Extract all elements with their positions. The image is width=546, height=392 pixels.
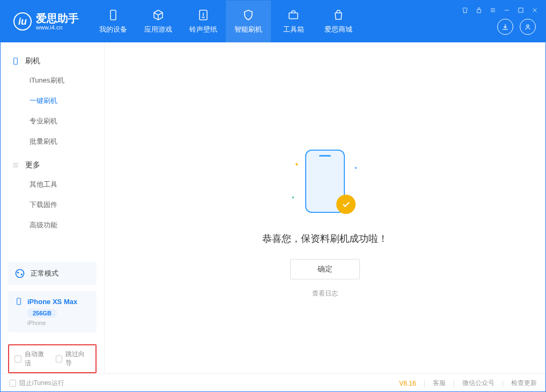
nav-label: 爱思商城 — [324, 25, 352, 34]
device-storage: 256GB — [27, 309, 57, 317]
close-icon[interactable] — [530, 6, 539, 14]
sparkle-icon: ✦ — [294, 161, 299, 167]
minimize-icon[interactable] — [503, 6, 511, 14]
checkbox-label: 阻止iTunes运行 — [19, 379, 64, 388]
nav-flash[interactable]: 智能刷机 — [226, 1, 271, 42]
svg-rect-2 — [289, 13, 298, 19]
header-round-buttons — [497, 19, 536, 35]
check-badge-icon — [336, 195, 356, 214]
download-button[interactable] — [497, 19, 513, 35]
device-name: iPhone XS Max — [27, 298, 77, 306]
sidebar-item-pro[interactable]: 专业刷机 — [1, 111, 104, 131]
nav-apps[interactable]: 应用游戏 — [136, 1, 181, 42]
svg-rect-0 — [110, 10, 116, 20]
device-icon — [107, 9, 120, 21]
svg-rect-4 — [519, 8, 523, 12]
shirt-icon[interactable] — [461, 6, 469, 14]
shield-icon — [242, 9, 255, 21]
device-card[interactable]: iPhone XS Max 256GB iPhone — [8, 291, 97, 332]
logo: iu 爱思助手 www.i4.cn — [13, 12, 79, 31]
block-itunes-checkbox[interactable]: 阻止iTunes运行 — [9, 379, 64, 388]
view-log-link[interactable]: 查看日志 — [312, 289, 338, 298]
app-name: 爱思助手 — [36, 12, 79, 24]
sidebar-item-advanced[interactable]: 高级功能 — [1, 215, 104, 235]
sidebar-section-title: 更多 — [25, 160, 40, 170]
success-illustration: ✦ ✦ ✦ — [279, 150, 371, 219]
briefcase-icon — [287, 9, 300, 21]
footer: 阻止iTunes运行 V8.16 | 客服 | 微信公众号 | 检查更新 — [1, 373, 545, 392]
maximize-icon[interactable] — [517, 6, 525, 14]
menu-icon[interactable] — [489, 6, 497, 14]
sidebar-section-flash: 刷机 — [1, 52, 104, 70]
auto-activate-checkbox[interactable]: 自动激活 — [14, 350, 49, 368]
sidebar-section-title: 刷机 — [25, 56, 40, 66]
sidebar-item-batch[interactable]: 批量刷机 — [1, 131, 104, 152]
device-type: iPhone — [27, 320, 90, 326]
option-checkboxes: 自动激活 跳过向导 — [8, 344, 97, 373]
sidebar-section-more: 更多 — [1, 156, 104, 174]
lock-icon[interactable] — [475, 6, 483, 14]
ok-button[interactable]: 确定 — [290, 259, 360, 279]
svg-rect-10 — [17, 298, 21, 305]
nav-label: 智能刷机 — [234, 25, 262, 34]
nav-store[interactable]: 爱思商城 — [316, 1, 361, 42]
app-header: iu 爱思助手 www.i4.cn 我的设备 应用游戏 铃声壁纸 智能刷机 工具… — [1, 1, 545, 42]
sidebar-item-firmware[interactable]: 下载固件 — [1, 195, 104, 215]
cube-icon — [152, 9, 165, 21]
footer-link-wechat[interactable]: 微信公众号 — [462, 379, 495, 388]
sidebar-item-itunes[interactable]: iTunes刷机 — [1, 70, 104, 91]
logo-icon: iu — [13, 12, 32, 31]
music-file-icon — [197, 9, 210, 21]
success-message: 恭喜您，保资料刷机成功啦！ — [262, 232, 388, 245]
app-url: www.i4.cn — [36, 24, 79, 31]
sidebar: 刷机 iTunes刷机 一键刷机 专业刷机 批量刷机 更多 其他工具 下载固件 … — [1, 42, 105, 373]
mode-icon — [14, 268, 25, 279]
svg-point-5 — [527, 25, 529, 27]
version-label: V8.16 — [399, 380, 416, 387]
sidebar-item-oneclick[interactable]: 一键刷机 — [1, 91, 104, 111]
top-nav: 我的设备 应用游戏 铃声壁纸 智能刷机 工具箱 爱思商城 — [91, 1, 361, 42]
main-content: ✦ ✦ ✦ 恭喜您，保资料刷机成功啦！ 确定 查看日志 — [105, 42, 545, 373]
sparkle-icon: ✦ — [354, 166, 358, 171]
mode-label: 正常模式 — [31, 269, 58, 278]
svg-point-8 — [17, 272, 19, 273]
list-icon — [11, 161, 20, 169]
nav-label: 工具箱 — [283, 25, 304, 34]
nav-label: 应用游戏 — [144, 25, 172, 34]
nav-my-device[interactable]: 我的设备 — [91, 1, 136, 42]
checkbox-label: 自动激活 — [25, 350, 49, 368]
phone-icon — [11, 57, 20, 65]
window-controls — [461, 6, 539, 14]
nav-label: 我的设备 — [99, 25, 127, 34]
svg-rect-3 — [477, 10, 481, 13]
mode-card[interactable]: 正常模式 — [8, 262, 97, 285]
nav-toolbox[interactable]: 工具箱 — [271, 1, 316, 42]
checkbox-label: 跳过向导 — [65, 350, 90, 368]
footer-link-support[interactable]: 客服 — [433, 379, 446, 388]
sparkle-icon: ✦ — [291, 195, 295, 200]
user-button[interactable] — [520, 19, 536, 35]
svg-point-7 — [16, 270, 24, 278]
skip-guide-checkbox[interactable]: 跳过向导 — [56, 350, 91, 368]
footer-link-update[interactable]: 检查更新 — [511, 379, 537, 388]
nav-label: 铃声壁纸 — [189, 25, 217, 34]
sidebar-item-other[interactable]: 其他工具 — [1, 174, 104, 195]
svg-point-9 — [21, 273, 23, 275]
svg-rect-6 — [14, 58, 18, 64]
bag-icon — [332, 9, 345, 21]
device-icon — [14, 297, 23, 306]
nav-ringtone[interactable]: 铃声壁纸 — [181, 1, 226, 42]
